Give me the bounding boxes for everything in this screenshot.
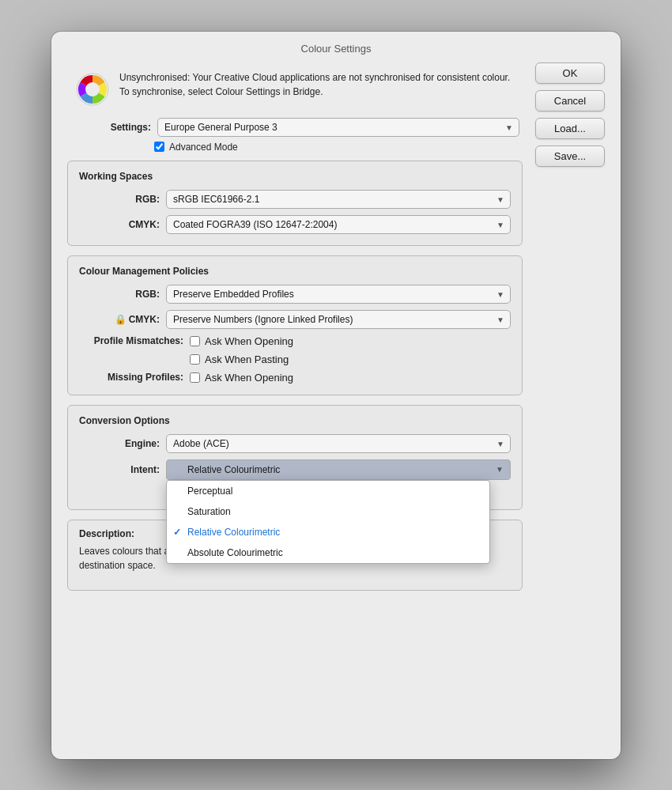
ask-when-pasting-row: Ask When Pasting xyxy=(79,353,511,365)
engine-label: Engine: xyxy=(79,438,166,449)
pm-pasting-label: Ask When Pasting xyxy=(205,353,289,365)
cmyk-policy-label: CMYK: xyxy=(129,314,160,325)
rgb-policy-select-wrapper: Preserve Embedded Profiles Convert to Wo… xyxy=(166,285,511,304)
pm-opening-label: Ask When Opening xyxy=(205,335,293,347)
intent-select-header[interactable]: Relative Colourimetric ▼ xyxy=(166,459,511,480)
rgb-working-select[interactable]: sRGB IEC61966-2.1 xyxy=(166,190,511,209)
colour-management-title: Colour Management Policies xyxy=(79,266,511,277)
sync-banner: Unsynchronised: Your Creative Cloud appl… xyxy=(67,62,523,118)
rgb-policy-row: RGB: Preserve Embedded Profiles Convert … xyxy=(79,285,511,304)
intent-option-saturation[interactable]: Saturation xyxy=(167,501,489,522)
settings-select-wrapper: Europe General Purpose 3 North America G… xyxy=(157,118,519,137)
working-spaces-title: Working Spaces xyxy=(79,171,511,182)
missing-profiles-row: Missing Profiles: Ask When Opening xyxy=(79,372,511,384)
intent-option-perceptual[interactable]: Perceptual xyxy=(167,481,489,501)
pm-pasting-checkbox[interactable] xyxy=(190,354,200,365)
mp-opening-checkbox[interactable] xyxy=(190,372,200,383)
cmyk-working-select[interactable]: Coated FOGRA39 (ISO 12647-2:2004) xyxy=(166,215,511,234)
advanced-mode-row: Advanced Mode xyxy=(154,142,523,153)
engine-select-wrapper: Adobe (ACE) ▼ xyxy=(166,434,511,453)
advanced-mode-label: Advanced Mode xyxy=(169,142,238,153)
settings-label: Settings: xyxy=(70,122,157,133)
saturation-label: Saturation xyxy=(187,506,231,517)
intent-row: Intent: Relative Colourimetric ▼ Percept… xyxy=(79,459,511,480)
ok-button[interactable]: OK xyxy=(535,62,605,84)
cmyk-policy-row: 🔒 CMYK: Preserve Numbers (Ignore Linked … xyxy=(79,310,511,329)
conversion-options-title: Conversion Options xyxy=(79,415,511,426)
intent-dropdown-container: Relative Colourimetric ▼ Perceptual Satu… xyxy=(166,459,511,480)
working-spaces-section: Working Spaces RGB: sRGB IEC61966-2.1 ▼ … xyxy=(67,161,523,246)
dialog-title: Colour Settings xyxy=(51,32,621,62)
rgb-working-select-wrapper: sRGB IEC61966-2.1 ▼ xyxy=(166,190,511,209)
sync-message: Unsynchronised: Your Creative Cloud appl… xyxy=(119,70,515,99)
rgb-working-row: RGB: sRGB IEC61966-2.1 ▼ xyxy=(79,190,511,209)
advanced-mode-checkbox[interactable] xyxy=(154,142,164,152)
missing-profiles-label: Missing Profiles: xyxy=(79,372,190,383)
pm-opening-checkbox[interactable] xyxy=(190,336,200,346)
engine-row: Engine: Adobe (ACE) ▼ xyxy=(79,434,511,453)
profile-mismatches-row: Profile Mismatches: Ask When Opening xyxy=(79,335,511,347)
colour-settings-dialog: Colour Settings Unsynchronised: Your Cre… xyxy=(51,32,621,759)
conversion-options-section: Conversion Options Engine: Adobe (ACE) ▼… xyxy=(67,405,523,510)
cancel-button[interactable]: Cancel xyxy=(535,90,605,112)
check-mark-icon: ✓ xyxy=(173,527,181,538)
engine-select[interactable]: Adobe (ACE) xyxy=(166,434,511,453)
intent-dropdown-arrow-icon: ▼ xyxy=(496,465,504,474)
settings-row: Settings: Europe General Purpose 3 North… xyxy=(67,118,523,137)
lock-icon: 🔒 xyxy=(115,314,126,325)
intent-selected-value: Relative Colourimetric xyxy=(187,464,280,475)
rgb-policy-label: RGB: xyxy=(79,289,166,300)
save-button[interactable]: Save... xyxy=(535,146,605,167)
intent-label: Intent: xyxy=(79,464,166,475)
rgb-working-label: RGB: xyxy=(79,194,166,205)
cmyk-working-select-wrapper: Coated FOGRA39 (ISO 12647-2:2004) ▼ xyxy=(166,215,511,234)
colour-management-section: Colour Management Policies RGB: Preserve… xyxy=(67,255,523,395)
cmyk-policy-select-wrapper: Preserve Numbers (Ignore Linked Profiles… xyxy=(166,310,511,329)
svg-point-1 xyxy=(85,82,100,96)
color-wheel-icon xyxy=(75,72,110,107)
cmyk-working-label: CMYK: xyxy=(79,219,166,230)
side-buttons: OK Cancel Load... Save... xyxy=(535,62,605,591)
rgb-policy-select[interactable]: Preserve Embedded Profiles Convert to Wo… xyxy=(166,285,511,304)
intent-dropdown: Perceptual Saturation ✓ Relative Colouri… xyxy=(166,480,490,564)
profile-mismatches-label: Profile Mismatches: xyxy=(79,335,190,346)
absolute-label: Absolute Colourimetric xyxy=(187,547,283,558)
intent-option-relative[interactable]: ✓ Relative Colourimetric xyxy=(167,522,489,542)
cmyk-policy-select[interactable]: Preserve Numbers (Ignore Linked Profiles… xyxy=(166,310,511,329)
settings-select[interactable]: Europe General Purpose 3 North America G… xyxy=(157,118,519,137)
perceptual-label: Perceptual xyxy=(187,486,232,497)
cmyk-working-row: CMYK: Coated FOGRA39 (ISO 12647-2:2004) … xyxy=(79,215,511,234)
mp-opening-label: Ask When Opening xyxy=(205,372,293,384)
intent-option-absolute[interactable]: Absolute Colourimetric xyxy=(167,542,489,563)
load-button[interactable]: Load... xyxy=(535,118,605,139)
main-panel: Unsynchronised: Your Creative Cloud appl… xyxy=(67,62,523,591)
relative-label: Relative Colourimetric xyxy=(187,527,280,538)
